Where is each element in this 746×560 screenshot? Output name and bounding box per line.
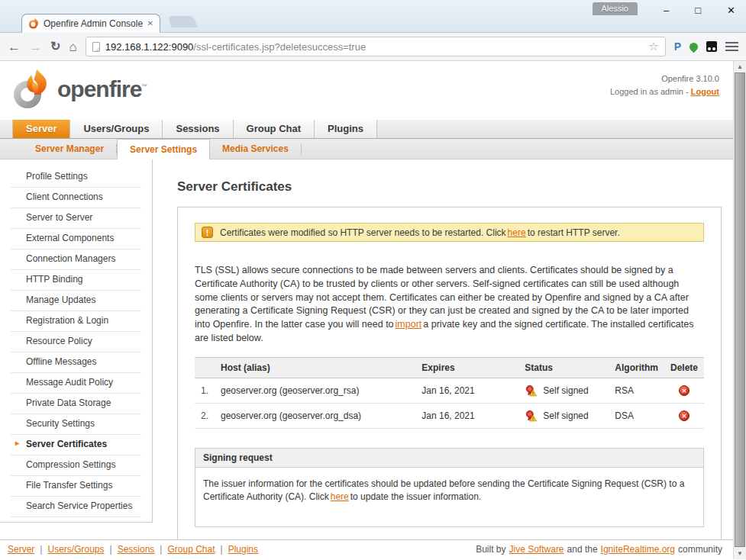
sidebar-item-message-audit-policy[interactable]: Message Audit Policy	[11, 373, 141, 394]
new-tab-button[interactable]	[168, 16, 198, 27]
main-panel: Server Certificates ! Certificates were …	[153, 159, 733, 539]
extension-p-icon[interactable]: P	[674, 40, 681, 53]
openfire-flame-icon	[9, 69, 50, 109]
tab-users-groups[interactable]: Users/Groups	[70, 120, 163, 138]
sidebar-item-profile-settings[interactable]: Profile Settings	[11, 167, 141, 188]
sidebar-item-client-connections[interactable]: Client Connections	[11, 188, 141, 208]
sidebar-item-server-certificates[interactable]: ▸Server Certificates	[11, 435, 141, 455]
browser-toolbar: ← → ↻ ⌂ 192.168.1.122:9090/ssl-certifica…	[0, 33, 746, 61]
sidebar-item-search-service-properties[interactable]: Search Service Properties	[11, 497, 141, 517]
footer-separator: |	[221, 544, 223, 555]
reload-icon[interactable]: ↻	[50, 40, 60, 53]
openfire-logo: openfire™	[9, 69, 147, 109]
logout-link[interactable]: Logout	[691, 87, 719, 96]
sidebar-item-manage-updates[interactable]: Manage Updates	[11, 291, 141, 311]
issuer-here-link[interactable]: here	[331, 491, 349, 502]
footer-link-server[interactable]: Server	[8, 544, 34, 555]
maximize-icon[interactable]: □	[695, 5, 701, 17]
restart-here-link[interactable]: here	[508, 227, 526, 238]
footer-nav: Server|Users/Groups|Sessions|Group Chat|…	[8, 544, 258, 555]
warning-icon: !	[202, 227, 213, 238]
sidebar-item-external-components[interactable]: External Components	[11, 229, 141, 249]
sidebar-item-server-to-server[interactable]: Server to Server	[11, 208, 141, 229]
logged-in-text: Logged in as admin - Logout	[610, 85, 719, 98]
tab-server[interactable]: Server	[12, 120, 70, 138]
signing-request-box: Signing request The issuer information f…	[195, 448, 704, 528]
self-signed-seal-icon	[525, 385, 537, 397]
igniterealtime-link[interactable]: IgniteRealtime.org	[601, 544, 675, 555]
table-row: 2. geoserver.org (geoserver.org_dsa) Jan…	[195, 403, 704, 428]
url-host: 192.168.1.122:9090	[105, 41, 194, 53]
certificates-table: Host (alias) Expires Status Algorithm De…	[195, 357, 704, 429]
delete-icon[interactable]: ✕	[679, 385, 689, 396]
sidebar-item-file-transfer-settings[interactable]: File Transfer Settings	[11, 476, 141, 497]
subtab-media-services[interactable]: Media Services	[210, 139, 301, 159]
footer-link-users-groups[interactable]: Users/Groups	[47, 544, 104, 555]
footer-separator: |	[40, 544, 42, 555]
self-signed-seal-icon	[525, 410, 537, 422]
intro-paragraph: TLS (SSL) allows secure connections to b…	[195, 264, 704, 346]
page-scrollbar[interactable]: ▲ ▼	[733, 61, 746, 559]
extension-bw-icon[interactable]	[706, 41, 717, 52]
sidebar-item-connection-managers[interactable]: Connection Managers	[11, 249, 141, 270]
home-icon[interactable]: ⌂	[69, 40, 76, 53]
import-link[interactable]: import	[396, 319, 422, 330]
header-meta: Openfire 3.10.0 Logged in as admin - Log…	[610, 72, 719, 98]
window-close-icon[interactable]: ✕	[727, 5, 735, 17]
sidebar-item-private-data-storage[interactable]: Private Data Storage	[11, 394, 141, 414]
jive-software-link[interactable]: Jive Software	[509, 544, 564, 555]
footer-link-group-chat[interactable]: Group Chat	[167, 544, 215, 555]
site-header: openfire™ Openfire 3.10.0 Logged in as a…	[0, 61, 733, 120]
col-status: Status	[518, 357, 609, 378]
tab-title: Openfire Admin Console:	[44, 18, 143, 29]
col-number	[195, 357, 215, 378]
extension-pin-icon[interactable]	[688, 40, 700, 53]
page-icon	[92, 42, 100, 52]
sidebar-item-registration-login[interactable]: Registration & Login	[11, 311, 141, 332]
footer-credit: Built byJive Softwareand theIgniteRealti…	[476, 544, 725, 555]
profile-badge[interactable]: Alessio	[593, 2, 638, 15]
subtab-server-manager[interactable]: Server Manager	[23, 139, 116, 159]
minimize-icon[interactable]: –	[664, 5, 669, 17]
signing-request-text: The issuer information for the certifica…	[195, 468, 703, 527]
browser-tab[interactable]: Openfire Admin Console: ✕	[21, 14, 160, 33]
sidebar-item-http-binding[interactable]: HTTP Binding	[11, 270, 141, 291]
tab-sessions[interactable]: Sessions	[163, 120, 233, 138]
cert-expires: Jan 16, 2021	[415, 403, 518, 428]
site-footer: Server|Users/Groups|Sessions|Group Chat|…	[0, 539, 733, 559]
address-bar[interactable]: 192.168.1.122:9090/ssl-certificates.jsp?…	[86, 37, 666, 56]
cert-host[interactable]: geoserver.org (geoserver.org_rsa)	[215, 378, 415, 403]
subnav-divider	[301, 144, 302, 154]
sidebar-item-compression-settings[interactable]: Compression Settings	[11, 455, 141, 476]
cert-status: Self signed	[518, 378, 609, 403]
subtab-server-settings[interactable]: Server Settings	[117, 139, 210, 159]
sidebar-item-offline-messages[interactable]: Offline Messages	[11, 352, 141, 373]
scroll-down-icon[interactable]: ▼	[734, 548, 746, 559]
cert-host[interactable]: geoserver.org (geoserver.org_dsa)	[215, 403, 415, 428]
footer-link-sessions[interactable]: Sessions	[118, 544, 155, 555]
version-text: Openfire 3.10.0	[610, 72, 719, 85]
forward-icon[interactable]: →	[29, 40, 42, 53]
logo-wordmark: openfire™	[57, 76, 147, 102]
sidebar-item-resource-policy[interactable]: Resource Policy	[11, 332, 141, 352]
bookmark-star-icon[interactable]: ☆	[648, 40, 658, 53]
footer-link-plugins[interactable]: Plugins	[228, 544, 258, 555]
sidebar-item-security-settings[interactable]: Security Settings	[11, 414, 141, 435]
footer-separator: |	[160, 544, 162, 555]
scrollbar-thumb[interactable]	[735, 72, 745, 547]
openfire-favicon	[28, 18, 39, 29]
tab-group-chat[interactable]: Group Chat	[234, 120, 315, 138]
cert-algorithm: DSA	[609, 403, 664, 428]
back-icon[interactable]: ←	[8, 40, 21, 53]
window-controls: – □ ✕	[664, 5, 735, 17]
scroll-up-icon[interactable]: ▲	[734, 61, 746, 72]
tab-plugins[interactable]: Plugins	[315, 120, 377, 138]
cert-status: Self signed	[518, 403, 609, 428]
chrome-menu-icon[interactable]	[725, 42, 738, 51]
row-number: 2.	[195, 403, 215, 428]
url-text[interactable]: 192.168.1.122:9090/ssl-certificates.jsp?…	[105, 41, 644, 53]
main-nav: Server Users/Groups Sessions Group Chat …	[0, 120, 733, 139]
tab-close-icon[interactable]: ✕	[147, 19, 153, 27]
signing-request-title: Signing request	[195, 449, 703, 468]
delete-icon[interactable]: ✕	[679, 410, 689, 421]
